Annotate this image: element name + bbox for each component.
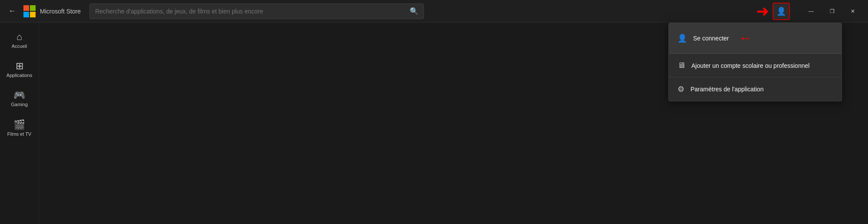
apps-icon: ⊞ <box>16 61 23 71</box>
sidebar-item-films[interactable]: 🎬 Films et TV <box>3 115 36 142</box>
sidebar-films-label: Films et TV <box>7 131 31 137</box>
films-icon: 🎬 <box>13 120 25 130</box>
sidebar-apps-label: Applications <box>7 73 32 78</box>
app-title: Microsoft Store <box>40 8 81 15</box>
add-account-icon: 🖥 <box>677 61 685 70</box>
content-area: 👤 Se connecter ← 🖥 Ajouter un compte sco… <box>39 23 868 224</box>
logo-red <box>23 5 29 11</box>
main-layout: ⌂ Accueil ⊞ Applications 🎮 Gaming 🎬 Film… <box>0 23 868 224</box>
titlebar: ← Microsoft Store 🔍 ➜ 👤 — ❐ ✕ <box>0 0 868 23</box>
logo-blue <box>23 12 29 17</box>
search-input[interactable] <box>95 8 406 15</box>
window-controls: — ❐ ✕ <box>801 3 863 19</box>
signin-icon: 👤 <box>677 33 687 43</box>
sidebar-gaming-label: Gaming <box>11 102 28 107</box>
gaming-icon: 🎮 <box>13 90 25 100</box>
signin-label: Se connecter <box>693 35 729 42</box>
annotation-arrow-left: ← <box>739 30 753 46</box>
add-account-label: Ajouter un compte scolaire ou profession… <box>691 62 809 69</box>
back-button[interactable]: ← <box>5 4 19 18</box>
annotation-arrow-right: ➜ <box>756 3 769 19</box>
dropdown-settings[interactable]: ⚙ Paramètres de l'application <box>669 77 842 101</box>
dropdown-signin[interactable]: 👤 Se connecter ← <box>669 23 842 53</box>
search-icon[interactable]: 🔍 <box>410 7 418 15</box>
titlebar-actions: ➜ 👤 <box>756 3 790 20</box>
close-button[interactable]: ✕ <box>843 3 863 19</box>
back-icon: ← <box>8 7 16 16</box>
search-bar[interactable]: 🔍 <box>89 3 424 19</box>
microsoft-logo <box>23 5 36 17</box>
settings-icon: ⚙ <box>677 84 684 94</box>
account-icon: 👤 <box>776 7 786 16</box>
account-dropdown: 👤 Se connecter ← 🖥 Ajouter un compte sco… <box>668 23 842 101</box>
sidebar-item-apps[interactable]: ⊞ Applications <box>3 56 36 84</box>
sidebar: ⌂ Accueil ⊞ Applications 🎮 Gaming 🎬 Film… <box>0 23 39 224</box>
minimize-button[interactable]: — <box>801 3 821 19</box>
restore-button[interactable]: ❐ <box>822 3 842 19</box>
sidebar-home-label: Accueil <box>12 43 27 49</box>
logo-green <box>30 5 36 11</box>
settings-label: Paramètres de l'application <box>690 86 763 93</box>
sidebar-item-home[interactable]: ⌂ Accueil <box>3 27 36 54</box>
home-icon: ⌂ <box>16 32 22 42</box>
sidebar-item-gaming[interactable]: 🎮 Gaming <box>3 85 36 113</box>
dropdown-add-account[interactable]: 🖥 Ajouter un compte scolaire ou professi… <box>669 54 842 77</box>
account-button[interactable]: 👤 <box>773 3 790 20</box>
logo-yellow <box>30 12 36 17</box>
